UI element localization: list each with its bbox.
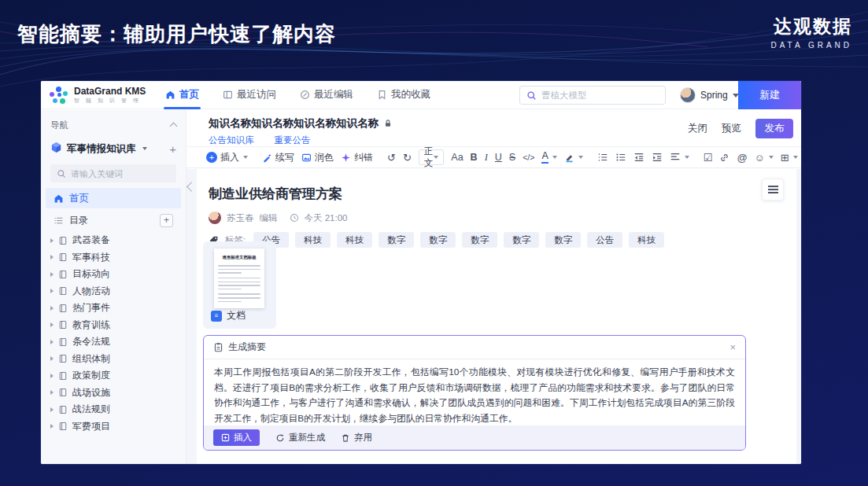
document-title[interactable]: 制造业供给商管理方案 [197,169,796,203]
code-button[interactable]: </> [523,153,534,162]
document-thumbnail: 通用标准文档标题 [214,249,264,308]
tag-pill[interactable]: 数字 [545,232,581,248]
tag-pill[interactable]: 数字 [504,232,539,248]
expand-caret-icon[interactable] [50,424,54,429]
task-list-icon[interactable]: ☑ [704,152,713,164]
expand-caret-icon[interactable] [50,374,54,378]
chevron-up-icon[interactable] [170,123,178,131]
expand-caret-icon[interactable] [50,289,54,293]
ordered-list-icon[interactable] [597,152,608,163]
emoji-button[interactable]: ☺ [755,152,774,164]
add-catalog-button[interactable]: + [160,214,173,227]
expand-caret-icon[interactable] [50,407,54,412]
link-important-announcement[interactable]: 重要公告 [275,134,311,146]
discard-button[interactable]: 弃用 [341,432,372,444]
underline-button[interactable]: U [495,152,502,163]
tag-pill[interactable]: 科技 [295,232,331,248]
knowledge-base-selector[interactable]: 军事情报知识库 + [41,137,186,160]
ai-correct-button[interactable]: 纠错 [341,151,373,164]
expand-caret-icon[interactable] [50,322,54,327]
attachment-card[interactable]: 通用标准文档标题 ≡ 文档 [203,241,276,329]
ai-polish-button[interactable]: 润色 [301,151,334,164]
insert-summary-button[interactable]: 插入 [213,429,260,446]
image-icon [301,153,312,163]
expand-caret-icon[interactable] [50,306,54,311]
book-icon [58,388,68,397]
undo-icon[interactable]: ↺ [387,152,396,164]
datagrand-logo[interactable]: DataGrand KMS 智 能 知 识 管 理 [49,85,157,105]
sidebar-item-military-tech[interactable]: 军事科技 [41,249,186,267]
summary-title: 生成摘要 [228,341,266,354]
outline-toggle-button[interactable] [762,179,784,201]
font-size-button[interactable]: Aa [451,152,463,163]
lock-icon [383,119,393,128]
document-meta: 苏玉春 编辑 今天 21:00 [197,203,796,224]
attachment-label: 文档 [227,309,246,322]
expand-caret-icon[interactable] [50,272,54,277]
regenerate-button[interactable]: 重新生成 [275,432,325,444]
mention-icon[interactable]: @ [737,152,747,164]
collapse-panel-icon[interactable] [187,182,197,192]
global-search-input[interactable] [541,90,652,100]
table-button[interactable]: ⊞ [781,152,798,164]
align-button[interactable] [670,152,689,163]
sidebar-item-weapons[interactable]: 武器装备 [41,232,186,249]
tab-favorites[interactable]: 我的收藏 [377,81,430,109]
sidebar-item-person-activity[interactable]: 人物活动 [41,283,186,300]
sidebar-item-catalog[interactable]: 目录 + [46,210,181,230]
sidebar-item-hot-events[interactable]: 热门事件 [41,300,186,317]
font-color-button[interactable]: A [541,151,556,164]
sidebar-item-policy[interactable]: 政策制度 [41,367,186,385]
close-button[interactable]: 关闭 [688,122,707,135]
tab-recent-visited[interactable]: 最近访问 [223,81,276,109]
sidebar-item-target-trends[interactable]: 目标动向 [41,266,186,283]
tag-pill[interactable]: 科技 [629,232,664,248]
link-icon[interactable] [719,153,729,163]
insert-menu-button[interactable]: + 插入 [206,151,248,164]
document-page[interactable]: 制造业供给商管理方案 苏玉春 编辑 今天 21:00 标签: 公告 科技 科技 [197,169,796,464]
bold-button[interactable]: B [471,152,478,163]
expand-caret-icon[interactable] [50,238,54,243]
outdent-icon[interactable] [633,152,645,163]
tag-pill[interactable]: 科技 [337,232,372,248]
add-knowledge-base-button[interactable]: + [169,143,176,155]
redo-icon[interactable]: ↻ [403,152,412,164]
expand-caret-icon[interactable] [50,255,54,260]
book-icon [58,320,68,330]
app-window: DataGrand KMS 智 能 知 识 管 理 首页 最近访问 最近编辑 [41,81,801,464]
tab-recent-edited[interactable]: 最近编辑 [300,81,353,109]
sidebar-search-input[interactable] [71,169,157,179]
plus-circle-icon: + [206,152,217,163]
sidebar-item-education[interactable]: 教育训练 [41,317,186,334]
sidebar-item-tactics[interactable]: 战法规则 [41,401,186,418]
paragraph-style-select[interactable]: 正文 [419,149,445,165]
strikethrough-button[interactable]: S [509,152,515,163]
tag-pill[interactable]: 数字 [420,232,456,248]
expand-caret-icon[interactable] [50,390,54,395]
tag-pill[interactable]: 数字 [379,232,414,248]
sidebar-item-home[interactable]: 首页 [46,188,181,208]
tag-pill[interactable]: 公告 [587,232,622,248]
preview-button[interactable]: 预览 [722,122,741,135]
link-announcement-kb[interactable]: 公告知识库 [209,134,254,146]
indent-icon[interactable] [652,152,663,163]
tab-home[interactable]: 首页 [165,81,199,109]
thumbnail-title: 通用标准文档标题 [220,254,259,260]
expand-caret-icon[interactable] [50,340,54,344]
sidebar-item-organization[interactable]: 组织体制 [41,351,186,368]
ai-continue-button[interactable]: 续写 [262,151,294,164]
sidebar-item-regulations[interactable]: 条令法规 [41,333,186,351]
close-icon[interactable]: × [729,342,736,352]
new-button[interactable]: 新建 [738,81,801,109]
global-search[interactable] [519,86,666,105]
sidebar-item-military-budget[interactable]: 军费项目 [41,418,186,436]
sidebar-search[interactable] [50,164,176,182]
bullet-list-icon[interactable] [615,152,626,163]
publish-button[interactable]: 发布 [755,119,793,138]
tag-pill[interactable]: 数字 [462,232,497,248]
expand-caret-icon[interactable] [50,356,54,361]
highlight-button[interactable] [564,153,583,163]
sidebar-item-battlefield[interactable]: 战场设施 [41,385,186,402]
italic-button[interactable]: I [485,152,488,164]
user-menu[interactable]: Spring [680,87,739,103]
